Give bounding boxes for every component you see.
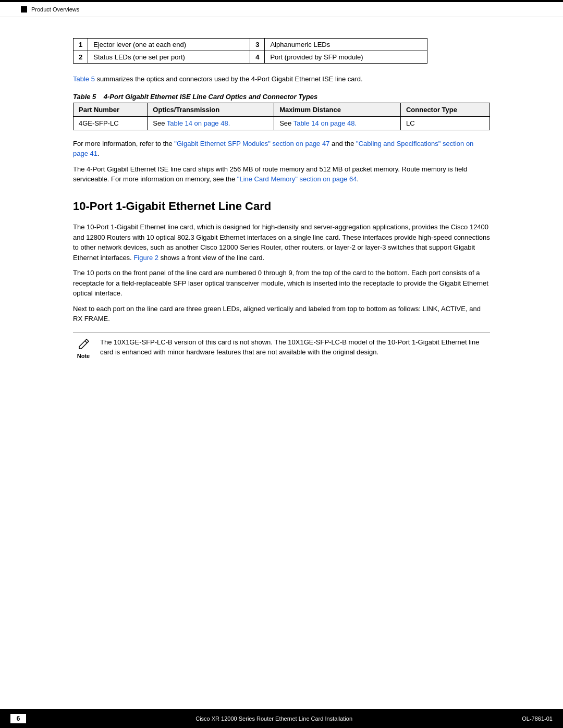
- header-label: Product Overviews: [31, 6, 79, 13]
- table5-ref-suffix: summarizes the optics and connectors use…: [95, 75, 363, 83]
- row1-cell1: Ejector lever (one at each end): [88, 39, 250, 51]
- para1-suffix: .: [97, 150, 100, 157]
- cell-part-number: 4GE-SFP-LC: [74, 116, 148, 130]
- footer-title: Cisco XR 12000 Series Router Ethernet Li…: [26, 715, 522, 722]
- row2-num1: 2: [74, 51, 88, 64]
- row2-cell1: Status LEDs (one set per port): [88, 51, 250, 64]
- note-box: Note The 10X1GE-SFP-LC-B version of this…: [73, 332, 490, 359]
- note-label: Note: [77, 353, 90, 359]
- para1-mid: and the: [329, 140, 356, 147]
- table5-data: Part Number Optics/Transmission Maximum …: [73, 103, 490, 130]
- table-header-row: Part Number Optics/Transmission Maximum …: [74, 103, 490, 116]
- body-para2: The 10 ports on the front panel of the l…: [73, 268, 490, 299]
- table-row: 2 Status LEDs (one set per port) 4 Port …: [74, 51, 427, 64]
- para1-prefix: For more information, refer to the: [73, 140, 174, 147]
- distance-link[interactable]: Table 14 on page 48.: [293, 119, 357, 127]
- row1-num1: 1: [74, 39, 88, 51]
- figure2-link[interactable]: Figure 2: [133, 254, 158, 262]
- memory-link[interactable]: "Line Card Memory" section on page 64: [237, 175, 357, 183]
- row2-num2: 4: [250, 51, 265, 64]
- header-square-icon: [21, 6, 27, 13]
- table5-ref-para: Table 5 summarizes the optics and connec…: [73, 74, 490, 84]
- body-para3: Next to each port on the line card are t…: [73, 304, 490, 324]
- optics-link[interactable]: Table 14 on page 48.: [167, 119, 230, 127]
- cell-connector: LC: [400, 116, 489, 130]
- table5-caption: Table 5 4-Port Gigabit Ethernet ISE Line…: [73, 93, 490, 101]
- more-info-para: For more information, refer to the "Giga…: [73, 139, 490, 159]
- row1-num2: 3: [250, 39, 265, 51]
- table5-caption-title: 4-Port Gigabit Ethernet ISE Line Card Op…: [104, 93, 318, 101]
- col-connector: Connector Type: [400, 103, 489, 116]
- reference-table: 1 Ejector lever (one at each end) 3 Alph…: [73, 38, 427, 64]
- table-row: 1 Ejector lever (one at each end) 3 Alph…: [74, 39, 427, 51]
- sfp-modules-link[interactable]: "Gigabit Ethernet SFP Modules" section o…: [174, 140, 329, 147]
- para2-suffix: .: [357, 175, 359, 183]
- table5-ref-link[interactable]: Table 5: [73, 75, 95, 83]
- cell-optics: See Table 14 on page 48.: [148, 116, 274, 130]
- page-header: Product Overviews: [0, 2, 563, 17]
- col-optics: Optics/Transmission: [148, 103, 274, 116]
- section-heading: 10-Port 1-Gigabit Ethernet Line Card: [73, 199, 490, 214]
- cell-distance: See Table 14 on page 48.: [274, 116, 401, 130]
- body-para1-suffix: shows a front view of the line card.: [158, 254, 264, 262]
- main-content: 1 Ejector lever (one at each end) 3 Alph…: [0, 17, 563, 388]
- table-row: 4GE-SFP-LC See Table 14 on page 48. See …: [74, 116, 490, 130]
- note-text: The 10X1GE-SFP-LC-B version of this card…: [100, 337, 490, 357]
- footer-doc-number: OL-7861-01: [522, 715, 553, 722]
- memory-para: The 4-Port Gigabit Ethernet ISE line car…: [73, 164, 490, 184]
- row2-cell2: Port (provided by SFP module): [265, 51, 427, 64]
- row1-cell2: Alphanumeric LEDs: [265, 39, 427, 51]
- note-icon-area: Note: [73, 337, 94, 359]
- note-pencil-icon: [76, 337, 91, 352]
- page-footer: 6 Cisco XR 12000 Series Router Ethernet …: [0, 709, 563, 728]
- table5-caption-num: Table 5: [73, 93, 96, 101]
- body-para1: The 10-Port 1-Gigabit Ethernet line card…: [73, 222, 490, 263]
- page-number: 6: [10, 714, 26, 723]
- col-part-number: Part Number: [74, 103, 148, 116]
- col-distance: Maximum Distance: [274, 103, 401, 116]
